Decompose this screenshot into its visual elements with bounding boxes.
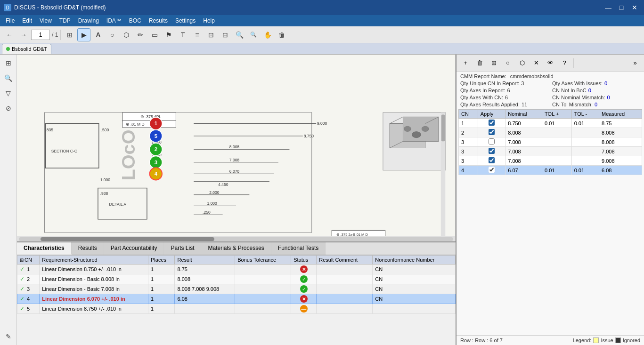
qty-axes-cn-label: Qty Axes With CN: — [460, 95, 503, 100]
polygon-button[interactable]: ⬡ — [120, 28, 133, 41]
apply-checkbox[interactable] — [489, 138, 495, 144]
rth-cn: CN — [459, 110, 478, 119]
td-bonus — [235, 304, 291, 314]
sidebar-clear-icon[interactable]: ⊘ — [2, 102, 15, 115]
td-bonus — [235, 265, 291, 274]
tab-part-accountability[interactable]: Part Accountability — [104, 242, 164, 255]
status-check-icon: ✓ — [300, 275, 308, 283]
td-result: 8.008 — [175, 274, 235, 284]
maximize-button[interactable]: □ — [616, 3, 627, 12]
table-row[interactable]: ✓ 1 Linear Dimension 8.750 +/- .010 in 1… — [17, 265, 456, 274]
doc-tab-bsbsolid[interactable]: Bsbsolid GD&T — [2, 44, 51, 54]
rect-button[interactable]: ▭ — [148, 28, 161, 41]
apply-checkbox[interactable] — [489, 157, 495, 163]
question-button[interactable]: ? — [558, 57, 571, 69]
menu-ida[interactable]: IDA™ — [103, 15, 125, 26]
rth-tol-plus: TOL + — [542, 110, 572, 119]
forward-button[interactable]: → — [17, 28, 30, 41]
circle-button[interactable]: ○ — [106, 28, 119, 41]
rtd-measured: 7.008 — [599, 147, 642, 156]
select-button[interactable]: ▶ — [77, 28, 90, 41]
right-table-row[interactable]: 3 7.008 8.008 — [459, 137, 642, 147]
box2-button[interactable]: ⊡ — [204, 28, 218, 41]
tab-characteristics[interactable]: Characteristics — [17, 242, 72, 255]
apply-checkbox[interactable] — [489, 167, 495, 173]
add-button[interactable]: + — [459, 57, 472, 69]
cmm-report-label: CMM Report Name: — [460, 73, 506, 79]
pan-button[interactable]: ✋ — [261, 28, 274, 41]
lines-button[interactable]: ≡ — [190, 28, 204, 41]
minimize-button[interactable]: — — [603, 3, 614, 12]
table-row[interactable]: ✓ 2 Linear Dimension - Basic 8.008 in 1 … — [17, 274, 456, 284]
menu-edit[interactable]: Edit — [18, 15, 36, 26]
circle2-button[interactable]: ○ — [502, 57, 514, 69]
cn-checkmark: ✓ — [20, 276, 24, 282]
td-places: 1 — [148, 284, 175, 294]
delete-button[interactable]: 🗑 — [275, 28, 288, 41]
rtd-apply — [478, 128, 505, 137]
back-button[interactable]: ← — [3, 28, 16, 41]
table-button[interactable]: ⊞ — [488, 57, 500, 69]
cross-button[interactable]: ✕ — [530, 57, 542, 69]
tab-materials-processes[interactable]: Materials & Processes — [201, 242, 271, 255]
text-button[interactable]: A — [91, 28, 105, 41]
apply-checkbox[interactable] — [489, 129, 495, 135]
titlebar: D DISCUS - Bsbsolid GD&T (modified) — □ … — [0, 0, 644, 15]
left-sidebar: ⊞ 🔍 ▽ ⊘ ✎ — [0, 55, 17, 345]
menu-drawing[interactable]: Drawing — [74, 15, 103, 26]
td-status: ✕ — [291, 294, 317, 304]
trash-button[interactable]: 🗑 — [473, 57, 486, 69]
table-row[interactable]: ✓ 3 Linear Dimension - Basic 7.008 in 1 … — [17, 284, 456, 294]
right-table-row[interactable]: 2 8.008 8.008 — [459, 128, 642, 137]
menu-view[interactable]: View — [36, 15, 56, 26]
rtd-apply — [478, 137, 505, 147]
right-toolbar: + 🗑 ⊞ ○ ⬡ ✕ 👁 ? » — [457, 55, 644, 72]
box3-button[interactable]: ⊟ — [219, 28, 232, 41]
rtd-cn: 3 — [459, 156, 478, 166]
legend-label: Legend: — [573, 337, 592, 343]
tab-results[interactable]: Results — [72, 242, 104, 255]
td-places: 1 — [148, 274, 175, 284]
expand-button[interactable]: » — [629, 57, 641, 69]
cn-tol-label: CN Tol Mismatch: — [552, 102, 593, 107]
zoom-out-button[interactable]: 🔍 — [247, 28, 260, 41]
tab-parts-list[interactable]: Parts List — [164, 242, 201, 255]
menu-results[interactable]: Results — [145, 15, 171, 26]
rtd-tol-plus: 0.01 — [542, 119, 572, 128]
th-cn: ⊞ CN — [17, 256, 40, 265]
sep1 — [60, 30, 61, 40]
flag-button[interactable]: ⚑ — [162, 28, 175, 41]
right-table-row[interactable]: 1 8.750 0.01 0.01 8.75 — [459, 119, 642, 128]
table-row[interactable]: ✓ 5 Linear Dimension 8.750 +/- .010 in 1… — [17, 304, 456, 314]
sidebar-table-icon[interactable]: ⊞ — [2, 56, 15, 70]
table-row[interactable]: ✓ 4 Linear Dimension 6.070 +/- .010 in 1… — [17, 294, 456, 304]
page-input[interactable]: 1 — [31, 30, 50, 40]
th-status: Status — [291, 256, 317, 265]
rtd-tol-minus: 0.01 — [571, 166, 599, 175]
menu-file[interactable]: File — [2, 15, 18, 26]
sidebar-filter-icon[interactable]: ▽ — [2, 87, 15, 100]
menu-boc[interactable]: BOC — [125, 15, 145, 26]
right-table-row[interactable]: 3 7.008 7.008 — [459, 147, 642, 156]
right-table-row[interactable]: 3 7.008 9.008 — [459, 156, 642, 166]
right-table-row[interactable]: 4 6.07 0.01 0.01 6.08 — [459, 166, 642, 175]
pencil-button[interactable]: ✏ — [134, 28, 147, 41]
th-bonus: Bonus Tolerance — [235, 256, 291, 265]
hscroll[interactable] — [17, 236, 455, 241]
th-req: Requirement-Structured — [40, 256, 148, 265]
menu-settings[interactable]: Settings — [171, 15, 199, 26]
text2-button[interactable]: T — [176, 28, 189, 41]
apply-checkbox[interactable] — [489, 148, 495, 154]
menu-help[interactable]: Help — [199, 15, 219, 26]
eye-off-button[interactable]: 👁 — [544, 57, 556, 69]
grid-view-button[interactable]: ⊞ — [63, 28, 76, 41]
apply-checkbox[interactable] — [489, 120, 495, 126]
zoom-in-button[interactable]: 🔍 — [233, 28, 246, 41]
sidebar-edit-icon[interactable]: ✎ — [2, 330, 15, 343]
menu-tdp[interactable]: TDP — [56, 15, 74, 26]
sidebar-search-icon[interactable]: 🔍 — [2, 72, 15, 85]
tab-functional-tests[interactable]: Functional Tests — [271, 242, 326, 255]
close-button[interactable]: ✕ — [629, 3, 640, 12]
hexagon-button[interactable]: ⬡ — [516, 57, 528, 69]
right-table: CN Apply Nominal TOL + TOL - Measured 1 … — [458, 109, 642, 175]
